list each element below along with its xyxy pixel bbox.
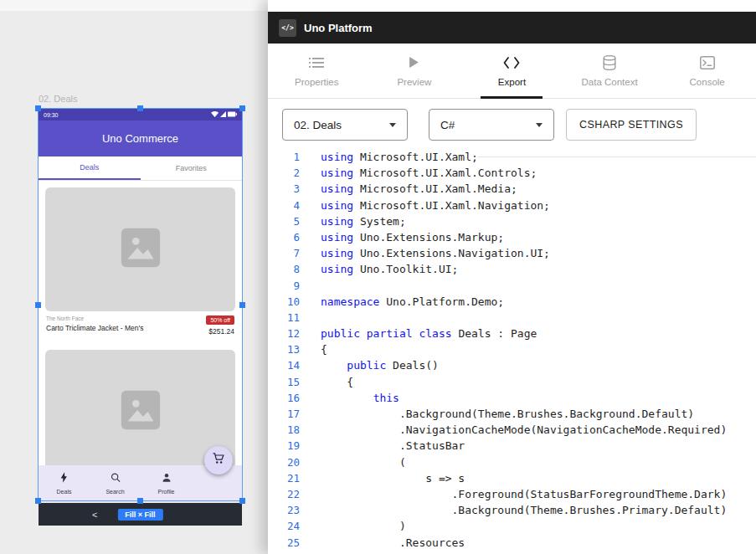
uno-platform-logo-icon: </> <box>279 19 296 37</box>
code-icon <box>503 55 520 70</box>
csharp-settings-button[interactable]: CSHARP SETTINGS <box>566 109 697 141</box>
tab-preview[interactable]: Preview <box>366 44 464 98</box>
code-text: .Background(Theme.Brushes.Background.Def… <box>300 406 694 422</box>
code-editor[interactable]: 1using Microsoft.UI.Xaml;2using Microsof… <box>268 149 756 554</box>
code-text: ( <box>300 551 406 554</box>
phone-artboard[interactable]: 09:30 Uno Commerce Deals Favorites The <box>39 109 242 500</box>
tab-label: Properties <box>295 77 338 87</box>
code-line: 2using Microsoft.UI.Xaml.Controls; <box>268 165 756 181</box>
nav-item-search[interactable]: Search <box>90 471 141 495</box>
code-text: using Uno.Toolkit.UI; <box>300 261 458 277</box>
collapse-button[interactable]: < <box>87 508 102 521</box>
fill-size-button[interactable]: Fill × Fill <box>117 509 162 521</box>
code-line: 9 <box>268 278 756 294</box>
tab-favorites[interactable]: Favorites <box>141 156 243 180</box>
tab-data-context[interactable]: Data Context <box>561 44 659 98</box>
tab-console[interactable]: Console <box>658 44 756 98</box>
selection-handle[interactable] <box>137 498 143 504</box>
code-line: 14 public Deals() <box>268 357 756 373</box>
code-text: using System; <box>300 213 406 229</box>
line-number: 16 <box>268 390 300 406</box>
line-number: 11 <box>268 310 300 326</box>
selection-handle[interactable] <box>35 498 41 504</box>
selection-handle[interactable] <box>35 302 41 308</box>
nav-item-profile[interactable]: Profile <box>141 471 192 495</box>
nav-label: Search <box>105 489 124 495</box>
code-text: ) <box>300 518 406 534</box>
list-icon <box>309 55 324 70</box>
cart-fab[interactable] <box>204 446 233 474</box>
product-info-row: The North Face Carto Triclimate Jacket -… <box>39 311 242 345</box>
language-dropdown-value: C# <box>440 119 455 131</box>
code-text: .StatusBar <box>300 438 465 454</box>
code-text <box>300 278 321 294</box>
screen-dropdown[interactable]: 02. Deals <box>282 109 408 141</box>
divider-line <box>478 156 756 157</box>
nav-label: Profile <box>158 489 175 495</box>
code-line: 15 { <box>268 374 756 390</box>
line-number: 10 <box>268 294 300 310</box>
code-text: namespace Uno.Platform.Demo; <box>300 294 504 310</box>
code-line: 7using Uno.Extensions.Navigation.UI; <box>268 245 756 261</box>
tab-deals[interactable]: Deals <box>39 156 141 180</box>
selection-handle[interactable] <box>137 105 143 111</box>
line-number: 9 <box>268 278 300 294</box>
code-line: 22 .Foreground(StatusBarForegroundTheme.… <box>268 486 756 502</box>
product-image-placeholder[interactable] <box>45 187 235 311</box>
panel-header: </> Uno Platform <box>268 12 756 44</box>
tab-label: Export <box>498 77 526 87</box>
shop-tabs: Deals Favorites <box>39 156 242 181</box>
panel-title: Uno Platform <box>304 22 373 34</box>
selection-handle[interactable] <box>239 498 245 504</box>
code-text: this <box>300 390 399 406</box>
chevron-down-icon <box>389 123 396 127</box>
code-line: 21 s => s <box>268 470 756 486</box>
person-icon <box>162 471 172 486</box>
screen-dropdown-value: 02. Deals <box>294 119 342 131</box>
tab-label: Console <box>690 77 725 87</box>
line-number: 8 <box>268 261 300 277</box>
product-price: $251.24 <box>208 327 234 336</box>
selection-handle[interactable] <box>239 302 245 308</box>
line-number: 3 <box>268 181 300 197</box>
app-bar: Uno Commerce <box>39 121 242 156</box>
code-line: 24 ) <box>268 518 756 534</box>
line-number: 15 <box>268 374 300 390</box>
code-line: 13{ <box>268 341 756 357</box>
product-pricing: 50% off $251.24 <box>206 315 234 345</box>
language-dropdown[interactable]: C# <box>429 109 554 141</box>
line-number: 1 <box>268 149 300 165</box>
code-line: 6using Uno.Extensions.Markup; <box>268 229 756 245</box>
code-text: public partial class Deals : Page <box>300 326 537 341</box>
line-number: 2 <box>268 165 300 181</box>
code-text: .NavigationCacheMode(NavigationCacheMode… <box>300 422 727 438</box>
code-text: { <box>300 374 353 390</box>
signal-icon <box>220 111 226 118</box>
export-panel: </> Uno Platform Properties Preview Expo… <box>268 0 756 554</box>
selection-handle[interactable] <box>35 105 41 111</box>
code-text: .Foreground(StatusBarForegroundTheme.Dar… <box>300 486 727 502</box>
artboard-label[interactable]: 02. Deals <box>39 94 77 104</box>
search-icon <box>111 471 121 486</box>
status-icons <box>211 111 237 118</box>
selection-handle[interactable] <box>239 105 245 111</box>
product-text: The North Face Carto Triclimate Jacket -… <box>46 315 143 345</box>
line-number: 12 <box>268 326 300 341</box>
code-text <box>300 310 321 326</box>
code-line: 19 .StatusBar <box>268 438 756 454</box>
code-line: 11 <box>268 310 756 326</box>
code-text: { <box>300 341 327 357</box>
battery-icon <box>228 111 237 118</box>
code-line: 18 .NavigationCacheMode(NavigationCacheM… <box>268 422 756 438</box>
selection-toolbar: < Fill × Fill <box>39 503 242 526</box>
nav-item-deals[interactable]: Deals <box>39 471 90 495</box>
product-name: Carto Triclimate Jacket - Men's <box>46 324 143 332</box>
line-number: 23 <box>268 502 300 518</box>
design-canvas: 02. Deals 09:30 Uno Commerce Deals Favor… <box>0 0 268 554</box>
line-number: 4 <box>268 197 300 213</box>
code-line: 4using Microsoft.UI.Xaml.Navigation; <box>268 197 756 213</box>
tab-properties[interactable]: Properties <box>268 44 366 98</box>
tab-export[interactable]: Export <box>463 44 561 98</box>
line-number: 22 <box>268 486 300 502</box>
line-number: 17 <box>268 406 300 422</box>
